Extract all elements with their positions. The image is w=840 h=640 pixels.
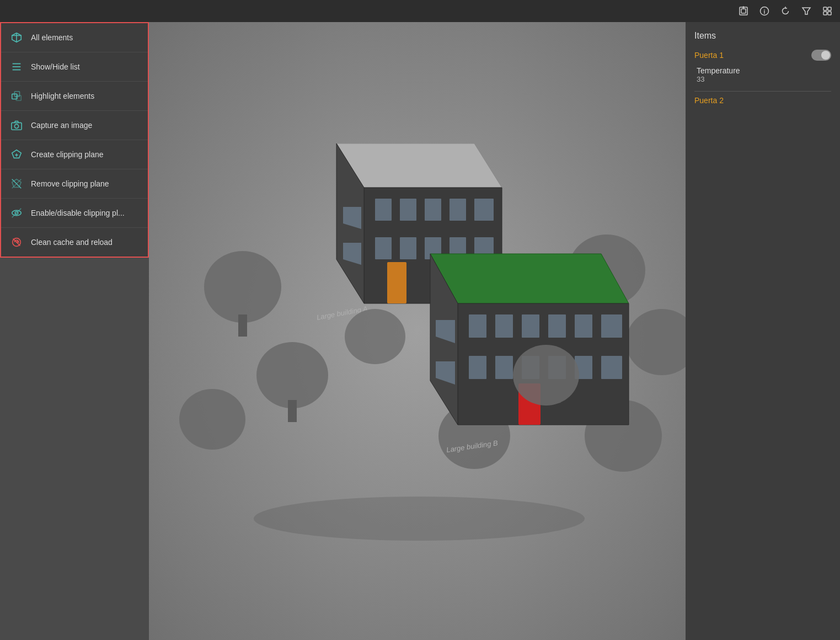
menu-label-show-hide: Show/Hide list xyxy=(31,62,80,71)
menu-label-all-elements: All elements xyxy=(31,33,73,42)
filter-icon[interactable] xyxy=(800,5,812,17)
svg-rect-7 xyxy=(828,7,831,10)
puerta1-toggle[interactable] xyxy=(811,50,831,61)
viewport[interactable]: Large building A xyxy=(149,22,686,640)
svg-point-78 xyxy=(345,309,405,364)
menu-item-highlight[interactable]: Highlight elements xyxy=(1,82,148,111)
svg-point-38 xyxy=(626,309,686,375)
highlight-icon xyxy=(10,89,23,103)
menu-item-show-hide[interactable]: Show/Hide list xyxy=(1,52,148,82)
svg-rect-51 xyxy=(400,237,416,259)
menu-item-capture[interactable]: Capture an image xyxy=(1,111,148,140)
svg-rect-64 xyxy=(522,314,539,338)
left-menu: All elements Show/Hide list Highlight el… xyxy=(0,22,149,258)
svg-rect-63 xyxy=(495,314,513,338)
svg-rect-9 xyxy=(828,12,831,15)
svg-rect-67 xyxy=(601,314,622,338)
menu-item-remove-clipping[interactable]: Remove clipping plane xyxy=(1,169,148,199)
right-panel: Items Puerta 1 Temperature 33 Puerta 2 xyxy=(686,22,840,640)
panel-divider xyxy=(694,91,831,92)
svg-rect-66 xyxy=(575,314,592,338)
info-icon[interactable]: i xyxy=(758,5,771,17)
menu-label-create-clipping: Create clipping plane xyxy=(31,150,104,159)
camera-icon xyxy=(10,119,23,132)
svg-rect-55 xyxy=(387,262,406,303)
list-icon xyxy=(10,60,23,73)
menu-label-enable-clipping: Enable/disable clipping pl... xyxy=(31,209,125,217)
svg-point-33 xyxy=(256,342,328,408)
svg-rect-32 xyxy=(238,314,247,337)
panel-item-puerta2[interactable]: Puerta 2 xyxy=(694,96,831,105)
svg-rect-62 xyxy=(469,314,486,338)
cube-icon xyxy=(10,31,23,44)
svg-point-41 xyxy=(254,497,585,541)
layout-icon[interactable] xyxy=(821,5,833,17)
clip-add-icon xyxy=(10,148,23,161)
svg-rect-8 xyxy=(823,12,827,15)
top-toolbar: i xyxy=(0,0,840,22)
svg-rect-49 xyxy=(474,199,494,221)
svg-rect-73 xyxy=(601,356,622,379)
svg-rect-68 xyxy=(469,356,486,379)
temperature-label: Temperature xyxy=(697,66,831,75)
svg-rect-6 xyxy=(823,7,827,10)
panel-item-puerta2-header[interactable]: Puerta 2 xyxy=(694,96,831,105)
svg-rect-47 xyxy=(425,199,441,221)
menu-item-enable-clipping[interactable]: Enable/disable clipping pl... xyxy=(1,199,148,228)
svg-rect-69 xyxy=(495,356,513,379)
clip-remove-icon xyxy=(10,177,23,190)
menu-item-clean-cache[interactable]: Clean cache and reload xyxy=(1,228,148,257)
svg-marker-59 xyxy=(430,254,629,303)
menu-label-remove-clipping: Remove clipping plane xyxy=(31,179,109,188)
panel-item-puerta2-label: Puerta 2 xyxy=(694,96,724,105)
temperature-value: 33 xyxy=(697,75,831,83)
svg-rect-48 xyxy=(450,199,466,221)
svg-rect-50 xyxy=(375,237,392,259)
panel-item-puerta1[interactable]: Puerta 1 Temperature 33 xyxy=(694,50,831,83)
svg-rect-1 xyxy=(741,9,746,13)
menu-item-create-clipping[interactable]: Create clipping plane xyxy=(1,140,148,169)
menu-item-all-elements[interactable]: All elements xyxy=(1,23,148,52)
menu-label-clean-cache: Clean cache and reload xyxy=(31,238,113,247)
menu-label-highlight: Highlight elements xyxy=(31,92,94,100)
eye-clip-icon xyxy=(10,206,23,220)
svg-rect-46 xyxy=(400,199,416,221)
svg-rect-34 xyxy=(288,400,297,422)
svg-point-35 xyxy=(179,389,245,450)
svg-point-31 xyxy=(204,251,281,323)
cache-icon xyxy=(10,236,23,249)
refresh-icon[interactable] xyxy=(779,5,791,17)
svg-point-19 xyxy=(14,124,18,128)
scene-svg: Large building A xyxy=(149,22,686,640)
menu-label-capture: Capture an image xyxy=(31,121,92,130)
svg-marker-42 xyxy=(336,143,502,188)
svg-text:i: i xyxy=(764,9,766,15)
export-icon[interactable] xyxy=(737,5,750,17)
svg-marker-5 xyxy=(802,8,810,14)
svg-rect-45 xyxy=(375,199,392,221)
panel-item-puerta1-label: Puerta 1 xyxy=(694,51,724,60)
panel-item-puerta1-header[interactable]: Puerta 1 xyxy=(694,50,831,61)
svg-rect-65 xyxy=(548,314,566,338)
svg-point-79 xyxy=(513,345,579,406)
svg-line-28 xyxy=(12,209,22,218)
right-panel-title: Items xyxy=(694,31,831,41)
